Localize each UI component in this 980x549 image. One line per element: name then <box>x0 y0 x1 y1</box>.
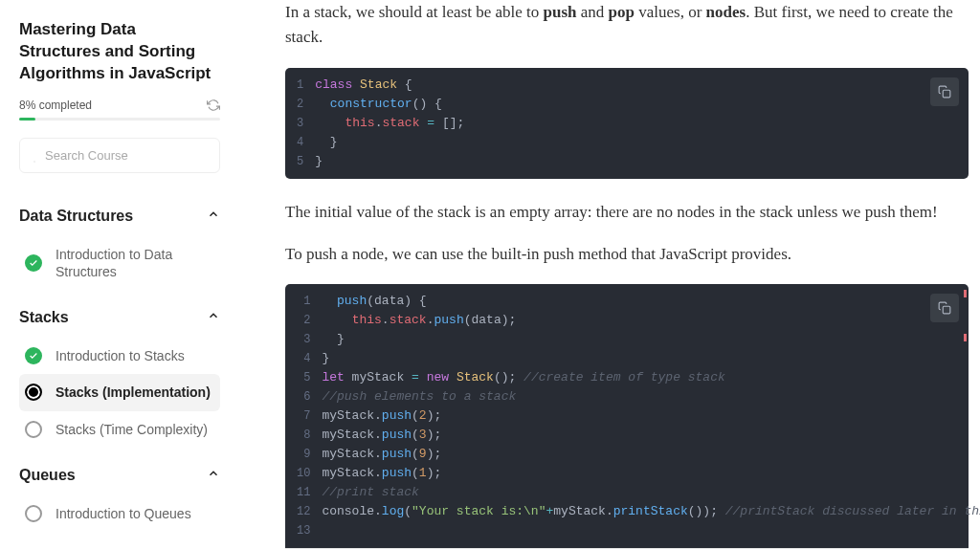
svg-point-0 <box>33 162 34 163</box>
section-title: Stacks <box>19 309 69 326</box>
copy-icon[interactable] <box>930 294 959 322</box>
section-title: Data Structures <box>19 208 133 225</box>
sidebar-item[interactable]: Introduction to Data Structures <box>19 236 220 290</box>
section-header[interactable]: Queues <box>19 455 220 495</box>
chevron-up-icon <box>207 309 220 326</box>
sidebar-item-label: Introduction to Queues <box>56 505 191 522</box>
progress-bar <box>19 118 220 121</box>
sidebar-item-label: Stacks (Time Complexity) <box>56 421 208 438</box>
paragraph: In a stack, we should at least be able t… <box>285 0 969 51</box>
progress-fill <box>19 118 35 121</box>
check-icon <box>25 347 42 364</box>
check-icon <box>25 254 42 272</box>
search-box[interactable] <box>19 138 220 173</box>
svg-rect-2 <box>943 90 950 98</box>
sidebar-item-label: Stacks (Implementation) <box>56 384 211 401</box>
sidebar: Mastering Data Structures and Sorting Al… <box>0 0 239 549</box>
sidebar-item-label: Introduction to Data Structures <box>56 246 214 280</box>
code-block-1: 12345class Stack { constructor() { this.… <box>285 68 969 179</box>
status-marker <box>25 505 42 522</box>
section-title: Queues <box>19 467 76 484</box>
search-icon <box>33 149 35 161</box>
sidebar-item[interactable]: Stacks (Implementation) <box>19 374 220 410</box>
refresh-icon[interactable] <box>207 99 220 112</box>
sidebar-item[interactable]: Introduction to Stacks <box>19 338 220 374</box>
course-title: Mastering Data Structures and Sorting Al… <box>19 19 220 85</box>
sidebar-item-label: Introduction to Stacks <box>56 347 185 364</box>
section-header[interactable]: Data Structures <box>19 196 220 236</box>
chevron-up-icon <box>207 467 220 484</box>
section-header[interactable]: Stacks <box>19 297 220 338</box>
status-marker <box>25 384 42 401</box>
chevron-up-icon <box>207 208 220 225</box>
sidebar-item[interactable]: Introduction to Queues <box>19 495 220 532</box>
svg-rect-3 <box>943 307 950 315</box>
paragraph: To push a node, we can use the built-in … <box>285 242 969 267</box>
search-input[interactable] <box>45 148 206 163</box>
code-block-2: 12345678910111213 push(data) { this.stac… <box>285 284 969 549</box>
progress-text: 8% completed <box>19 99 92 112</box>
sidebar-item[interactable]: Stacks (Time Complexity) <box>19 411 220 448</box>
copy-icon[interactable] <box>930 77 959 106</box>
paragraph: The initial value of the stack is an emp… <box>285 200 969 225</box>
error-marker <box>964 290 967 297</box>
lesson-content: In a stack, we should at least be able t… <box>239 0 980 549</box>
status-marker <box>25 421 42 438</box>
